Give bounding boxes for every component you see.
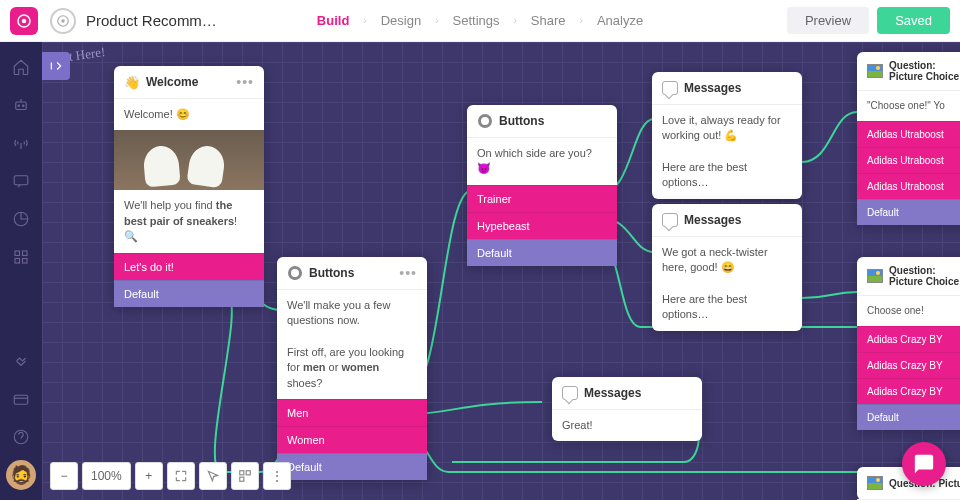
- node-title: Buttons: [309, 266, 393, 280]
- left-sidebar: [0, 42, 42, 500]
- node-title: Messages: [584, 386, 692, 400]
- handshake-icon[interactable]: [0, 342, 42, 380]
- tab-analyze[interactable]: Analyze: [589, 9, 651, 32]
- svg-rect-10: [15, 251, 20, 256]
- opt-trainer[interactable]: Trainer: [467, 185, 617, 212]
- node-picture-choice-2[interactable]: Question: Picture Choice Choose one! Adi…: [857, 257, 960, 430]
- opt-adidas-2[interactable]: Adidas Utraboost: [857, 147, 960, 173]
- welcome-line1: Welcome! 😊: [114, 99, 264, 130]
- bot-avatar-icon[interactable]: [50, 8, 76, 34]
- opt-default[interactable]: Default: [277, 453, 427, 480]
- svg-rect-18: [246, 471, 250, 475]
- svg-rect-12: [15, 259, 20, 264]
- app-logo[interactable]: [10, 7, 38, 35]
- pointer-button[interactable]: [199, 462, 227, 490]
- msg2-line1: We got a neck-twister here, good! 😄: [652, 237, 802, 284]
- opt-men[interactable]: Men: [277, 399, 427, 426]
- svg-point-3: [61, 19, 65, 23]
- node-messages-great[interactable]: Messages Great!: [552, 377, 702, 441]
- node-title: Welcome: [146, 75, 230, 89]
- opt-hypebeast[interactable]: Hypebeast: [467, 212, 617, 239]
- svg-rect-14: [14, 395, 28, 404]
- svg-rect-8: [14, 176, 28, 185]
- home-icon[interactable]: [0, 48, 42, 86]
- node-welcome[interactable]: 👋Welcome••• Welcome! 😊 We'll help you fi…: [114, 66, 264, 307]
- tab-settings[interactable]: Settings: [445, 9, 508, 32]
- svg-rect-11: [23, 251, 28, 256]
- opt-default[interactable]: Default: [114, 280, 264, 307]
- message-icon: [662, 80, 678, 96]
- picture-icon: [867, 475, 883, 491]
- node-title: Question: Picture Choice: [889, 60, 960, 82]
- buttons1-line1: We'll make you a few questions now.: [277, 290, 427, 337]
- msg2-line2: Here are the best options…: [652, 284, 802, 331]
- zoom-out-button[interactable]: −: [50, 462, 78, 490]
- panel-collapse-button[interactable]: [42, 52, 70, 80]
- more-button[interactable]: ⋮: [263, 462, 291, 490]
- node-messages-hypebeast[interactable]: Messages We got a neck-twister here, goo…: [652, 204, 802, 331]
- pic1-sub: "Choose one!" Yo: [857, 91, 960, 121]
- analytics-icon[interactable]: [0, 200, 42, 238]
- svg-rect-17: [239, 471, 243, 475]
- svg-point-1: [22, 18, 27, 23]
- fit-button[interactable]: [167, 462, 195, 490]
- node-buttons-gender[interactable]: Buttons••• We'll make you a few question…: [277, 257, 427, 480]
- opt-default[interactable]: Default: [857, 199, 960, 225]
- canvas-toolbar: − 100% + ⋮: [50, 462, 291, 490]
- pic2-sub: Choose one!: [857, 296, 960, 326]
- svg-point-7: [23, 105, 25, 107]
- flow-canvas[interactable]: 👋Welcome••• Welcome! 😊 We'll help you fi…: [42, 42, 960, 500]
- billing-icon[interactable]: [0, 380, 42, 418]
- welcome-line2: We'll help you find the best pair of sne…: [114, 190, 264, 252]
- buttons2-line1: On which side are you? 😈: [467, 138, 617, 185]
- page-title[interactable]: Product Recomm…: [86, 12, 217, 29]
- svg-rect-13: [23, 259, 28, 264]
- node-title: Messages: [684, 213, 792, 227]
- wave-icon: 👋: [124, 74, 140, 90]
- message-icon: [662, 212, 678, 228]
- apps-icon[interactable]: [0, 238, 42, 276]
- opt-adidas-3[interactable]: Adidas Utraboost: [857, 173, 960, 199]
- opt-crazy-1[interactable]: Adidas Crazy BY: [857, 326, 960, 352]
- svg-point-6: [18, 105, 20, 107]
- intercom-chat-button[interactable]: [902, 442, 946, 486]
- welcome-image: [114, 130, 264, 190]
- node-menu-icon[interactable]: •••: [236, 74, 254, 90]
- node-title: Buttons: [499, 114, 607, 128]
- svg-rect-4: [16, 102, 27, 110]
- broadcast-icon[interactable]: [0, 124, 42, 162]
- tab-build[interactable]: Build: [309, 9, 358, 32]
- zoom-level[interactable]: 100%: [82, 462, 131, 490]
- node-title: Question: Picture Choice: [889, 265, 960, 287]
- node-picture-choice-1[interactable]: Question: Picture Choice "Choose one!" Y…: [857, 52, 960, 225]
- ring-icon: [287, 265, 303, 281]
- opt-lets-do-it[interactable]: Let's do it!: [114, 253, 264, 280]
- opt-adidas-1[interactable]: Adidas Utraboost: [857, 121, 960, 147]
- opt-default[interactable]: Default: [857, 404, 960, 430]
- node-menu-icon[interactable]: •••: [399, 265, 417, 281]
- node-title: Messages: [684, 81, 792, 95]
- chat-icon[interactable]: [0, 162, 42, 200]
- robot-icon[interactable]: [0, 86, 42, 124]
- opt-crazy-3[interactable]: Adidas Crazy BY: [857, 378, 960, 404]
- help-icon[interactable]: [0, 418, 42, 456]
- zoom-in-button[interactable]: +: [135, 462, 163, 490]
- header-tabs: Build› Design› Settings› Share› Analyze: [309, 9, 651, 32]
- opt-women[interactable]: Women: [277, 426, 427, 453]
- preview-button[interactable]: Preview: [787, 7, 869, 34]
- tab-design[interactable]: Design: [373, 9, 429, 32]
- msg1-line1: Love it, always ready for working out! 💪: [652, 105, 802, 152]
- arrange-button[interactable]: [231, 462, 259, 490]
- saved-button[interactable]: Saved: [877, 7, 950, 34]
- node-buttons-side[interactable]: Buttons On which side are you? 😈 Trainer…: [467, 105, 617, 266]
- opt-default[interactable]: Default: [467, 239, 617, 266]
- picture-icon: [867, 268, 883, 284]
- message-icon: [562, 385, 578, 401]
- tab-share[interactable]: Share: [523, 9, 574, 32]
- ring-icon: [477, 113, 493, 129]
- buttons1-line2: First off, are you looking for men or wo…: [277, 337, 427, 399]
- opt-crazy-2[interactable]: Adidas Crazy BY: [857, 352, 960, 378]
- user-avatar[interactable]: 🧔: [6, 460, 36, 490]
- msg3-line1: Great!: [552, 410, 702, 441]
- node-messages-trainer[interactable]: Messages Love it, always ready for worki…: [652, 72, 802, 199]
